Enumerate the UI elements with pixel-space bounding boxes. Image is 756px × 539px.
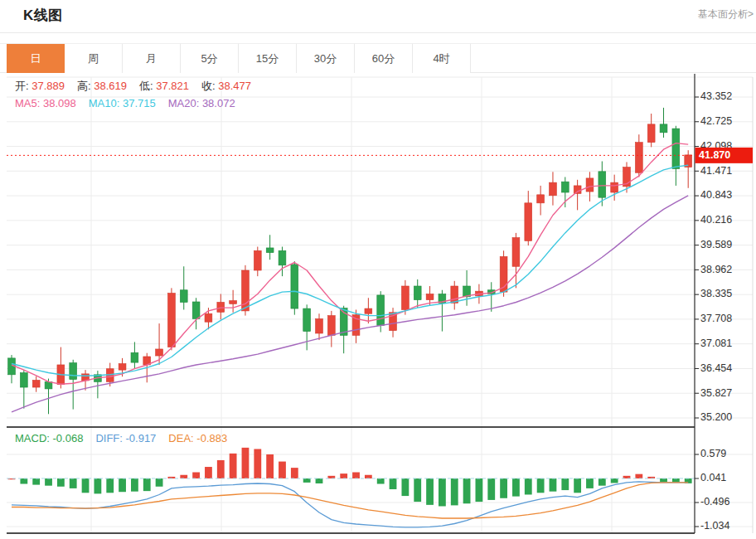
tab-15min[interactable]: 15分	[239, 44, 297, 73]
ohlc-open: 开: 37.889	[15, 80, 65, 92]
candle-down[interactable]	[598, 172, 606, 197]
macd-bar	[70, 478, 77, 488]
macd-bar	[57, 478, 65, 487]
candle-up[interactable]	[32, 380, 40, 387]
candle-up[interactable]	[168, 294, 176, 347]
macd-bar	[365, 475, 372, 478]
macd-bar	[414, 478, 421, 502]
candle-up[interactable]	[156, 349, 163, 356]
ma-ma20: MA20: 38.072	[168, 97, 235, 109]
macd-bar	[574, 478, 581, 493]
candle-down[interactable]	[180, 290, 187, 303]
candle-up[interactable]	[586, 178, 594, 192]
candle-down[interactable]	[414, 286, 421, 300]
tab-5min[interactable]: 5分	[181, 44, 239, 73]
candle-up[interactable]	[205, 313, 212, 322]
candle-up[interactable]	[647, 124, 655, 143]
macd-bar	[20, 478, 27, 484]
fundamental-analysis-link[interactable]: 基本面分析>	[698, 7, 754, 22]
candle-up[interactable]	[327, 316, 335, 336]
tab-week[interactable]: 周	[65, 44, 123, 73]
macd-bar	[242, 448, 250, 478]
candle-up[interactable]	[426, 294, 434, 299]
macd-bar	[316, 478, 323, 483]
macd-bar	[451, 478, 458, 505]
candle-down[interactable]	[266, 248, 274, 253]
candle-down[interactable]	[672, 129, 680, 168]
macd-bar	[401, 478, 409, 496]
ohlc-close: 收: 38.477	[201, 80, 251, 92]
candle-up[interactable]	[451, 286, 458, 303]
macd-axis-label: -0.496	[700, 496, 729, 507]
macd-bar	[291, 468, 298, 478]
macd-bar	[266, 454, 274, 478]
candle-down[interactable]	[279, 250, 286, 265]
macd-bar	[487, 478, 495, 500]
candle-down[interactable]	[70, 363, 77, 380]
macd-bar	[377, 478, 385, 484]
macd-bar	[279, 462, 286, 478]
macd-bar	[561, 478, 569, 490]
tab-60min[interactable]: 60分	[355, 44, 413, 73]
macd-bar	[550, 478, 557, 492]
macd-bar	[426, 478, 434, 505]
candle-down[interactable]	[192, 302, 200, 318]
kline-widget: 43.35242.72542.09841.47140.84340.21639.5…	[0, 0, 756, 539]
macd-bar	[660, 478, 667, 482]
price-axis-label: 38.335	[700, 288, 732, 299]
candle-up[interactable]	[574, 186, 581, 193]
candle-up[interactable]	[254, 250, 261, 270]
macd-bar	[94, 478, 101, 493]
candle-up[interactable]	[512, 238, 520, 267]
candle-up[interactable]	[401, 286, 409, 309]
macd-bar	[106, 478, 114, 493]
macd-diff: DIFF: -0.917	[95, 432, 156, 444]
candle-down[interactable]	[660, 124, 667, 133]
price-axis-label: 35.200	[700, 411, 732, 423]
price-axis-label: 42.725	[700, 115, 732, 127]
price-axis-label: 41.471	[700, 165, 732, 177]
ohlc-high: 高: 38.619	[77, 80, 127, 92]
macd-macd: MACD: -0.068	[15, 432, 83, 444]
macd-bar	[217, 460, 225, 478]
interval-tabbar: 日周月5分15分30分60分4时	[0, 43, 756, 73]
candle-down[interactable]	[131, 352, 138, 362]
price-axis-label: 37.081	[700, 337, 732, 349]
ohlc-row: 开: 37.889高: 38.619低: 37.821收: 38.477	[15, 79, 264, 94]
tab-month[interactable]: 月	[123, 44, 181, 73]
macd-bar	[598, 478, 606, 486]
candle-up[interactable]	[365, 308, 372, 313]
candle-up[interactable]	[550, 182, 557, 196]
ohlc-low: 低: 37.821	[139, 80, 189, 92]
candle-down[interactable]	[291, 265, 298, 308]
candle-up[interactable]	[611, 182, 618, 192]
candle-up[interactable]	[525, 203, 532, 241]
macd-bar	[180, 475, 187, 478]
price-axis-label: 36.454	[700, 362, 732, 374]
candle-down[interactable]	[303, 308, 311, 332]
candle-up[interactable]	[537, 195, 545, 203]
macd-bar	[156, 478, 163, 487]
macd-bar	[352, 473, 360, 478]
candle-down[interactable]	[20, 372, 27, 387]
candle-down[interactable]	[561, 182, 569, 192]
macd-dea: DEA: -0.883	[168, 432, 227, 444]
tab-4h[interactable]: 4时	[413, 44, 471, 73]
candle-up[interactable]	[635, 143, 642, 173]
candle-up[interactable]	[316, 318, 323, 333]
tab-day[interactable]: 日	[7, 44, 65, 73]
macd-bar	[463, 478, 471, 503]
candle-down[interactable]	[377, 295, 385, 326]
macd-bar	[586, 478, 594, 488]
macd-bar	[303, 478, 311, 483]
macd-axis-label: 0.041	[700, 472, 726, 483]
macd-bar	[611, 478, 618, 483]
macd-axis-label: -1.034	[700, 520, 729, 532]
macd-bar	[672, 478, 680, 483]
macd-bar	[143, 478, 151, 491]
candle-up[interactable]	[119, 364, 126, 371]
candle-up[interactable]	[230, 301, 237, 304]
macd-bar	[390, 478, 397, 489]
tab-30min[interactable]: 30分	[297, 44, 355, 73]
macd-bar	[131, 478, 138, 492]
